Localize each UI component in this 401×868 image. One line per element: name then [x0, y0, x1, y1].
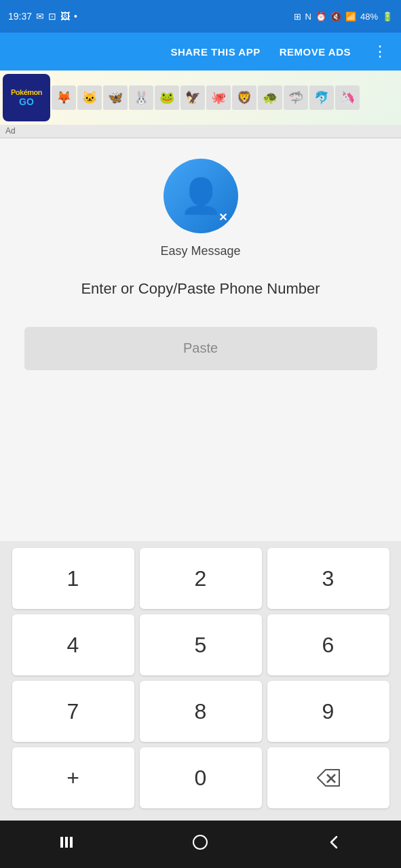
key-2[interactable]: 2 [140, 548, 262, 609]
pokemon-go-logo: Pokémon GO [3, 74, 50, 121]
sprite-4: 🐰 [129, 85, 153, 110]
sim-icon: ⊞ [294, 12, 301, 22]
svg-rect-3 [65, 837, 68, 848]
keypad-row-2: 4 5 6 [7, 614, 394, 675]
network-icon: N [305, 12, 311, 22]
remove-ads-button[interactable]: REMOVE ADS [277, 41, 354, 63]
ad-label: Ad [0, 125, 401, 137]
battery-icon: 🔋 [382, 12, 393, 22]
keypad-row-1: 1 2 3 [7, 548, 394, 609]
share-app-button[interactable]: SHARE THIS APP [168, 41, 263, 63]
svg-rect-5 [193, 835, 207, 849]
sprite-9: 🐢 [258, 85, 282, 110]
sprite-11: 🐬 [309, 85, 334, 110]
instruction-text: Enter or Copy/Paste Phone Number [74, 279, 326, 300]
email-icon: ✉ [36, 11, 44, 22]
main-content: 👤 ✕ Easy Message Enter or Copy/Paste Pho… [0, 138, 401, 541]
sprite-2: 🐱 [77, 85, 102, 110]
keypad-row-4: + 0 [7, 747, 394, 808]
dot-indicator: • [74, 11, 77, 22]
user-icon: 👤 [180, 176, 222, 216]
key-1[interactable]: 1 [12, 548, 134, 609]
nav-bar [0, 821, 401, 868]
pokemon-text: Pokémon [11, 88, 42, 96]
recent-apps-icon [58, 834, 75, 850]
action-bar: SHARE THIS APP REMOVE ADS ⋮ [0, 33, 401, 71]
backspace-icon [316, 768, 341, 787]
ad-sprites: 🦊 🐱 🦋 🐰 🐸 🦅 🐙 🦁 🐢 🦈 🐬 🦄 [52, 85, 398, 110]
sprite-3: 🦋 [103, 85, 128, 110]
status-bar: 19:37 ✉ ⊡ 🖼 • ⊞ N ⏰ 🔇 📶 48% 🔋 [0, 0, 401, 33]
key-6[interactable]: 6 [267, 614, 389, 675]
sprite-10: 🦈 [284, 85, 308, 110]
sync-icon: ⊡ [48, 11, 56, 22]
image-icon: 🖼 [60, 11, 70, 22]
avatar: 👤 ✕ [164, 159, 238, 233]
key-7[interactable]: 7 [12, 681, 134, 742]
keypad: 1 2 3 4 5 6 7 8 9 + 0 [0, 541, 401, 821]
time-display: 19:37 [8, 11, 32, 22]
recent-apps-button[interactable] [38, 827, 95, 861]
sprite-1: 🦊 [52, 85, 76, 110]
back-icon [326, 834, 343, 850]
key-8[interactable]: 8 [140, 681, 262, 742]
more-options-button[interactable]: ⋮ [367, 40, 393, 63]
key-plus[interactable]: + [12, 747, 134, 808]
sprite-7: 🐙 [206, 85, 231, 110]
ad-content: Pokémon GO 🦊 🐱 🦋 🐰 🐸 🦅 🐙 🦁 🐢 🦈 🐬 🦄 [0, 71, 401, 125]
wifi-icon: 📶 [345, 12, 356, 22]
mute-icon: 🔇 [330, 12, 341, 22]
status-left: 19:37 ✉ ⊡ 🖼 • [8, 11, 77, 22]
key-0[interactable]: 0 [140, 747, 262, 808]
key-3[interactable]: 3 [267, 548, 389, 609]
status-right: ⊞ N ⏰ 🔇 📶 48% 🔋 [294, 12, 393, 22]
key-5[interactable]: 5 [140, 614, 262, 675]
sprite-5: 🐸 [155, 85, 179, 110]
key-backspace[interactable] [267, 747, 389, 808]
key-4[interactable]: 4 [12, 614, 134, 675]
battery-level: 48% [360, 12, 378, 22]
app-name-label: Easy Message [160, 244, 240, 258]
back-button[interactable] [306, 827, 363, 861]
key-9[interactable]: 9 [267, 681, 389, 742]
svg-rect-2 [60, 837, 63, 848]
keypad-row-3: 7 8 9 [7, 681, 394, 742]
sprite-6: 🦅 [180, 85, 205, 110]
paste-button[interactable]: Paste [24, 327, 377, 370]
ad-banner[interactable]: Pokémon GO 🦊 🐱 🦋 🐰 🐸 🦅 🐙 🦁 🐢 🦈 🐬 🦄 Ad [0, 71, 401, 138]
sprite-8: 🦁 [232, 85, 256, 110]
avatar-x-indicator: ✕ [218, 211, 227, 224]
go-text: GO [19, 96, 34, 107]
home-icon [191, 833, 210, 852]
home-button[interactable] [170, 826, 230, 863]
alarm-icon: ⏰ [316, 12, 326, 22]
sprite-12: 🦄 [335, 85, 360, 110]
svg-rect-4 [70, 837, 73, 848]
